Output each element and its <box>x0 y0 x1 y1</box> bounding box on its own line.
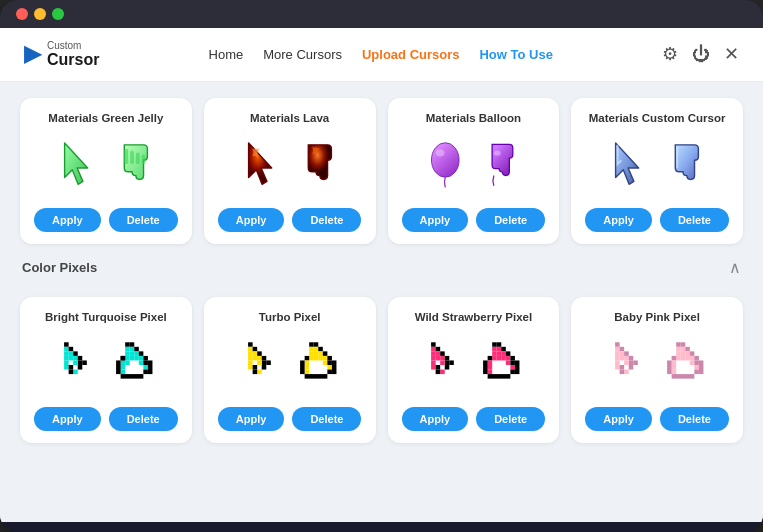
svg-rect-56 <box>248 356 253 361</box>
materials-grid: Materials Green Jelly <box>20 82 743 244</box>
svg-rect-183 <box>667 360 672 374</box>
svg-rect-39 <box>121 365 126 370</box>
svg-rect-14 <box>69 351 74 356</box>
svg-rect-67 <box>252 369 257 374</box>
svg-point-6 <box>494 150 501 155</box>
svg-rect-72 <box>309 342 314 347</box>
apply-button[interactable]: Apply <box>585 407 652 431</box>
nav-home[interactable]: Home <box>209 47 244 62</box>
minimize-button[interactable] <box>34 8 46 20</box>
svg-rect-146 <box>615 365 620 370</box>
svg-rect-13 <box>69 346 74 351</box>
svg-rect-162 <box>676 351 681 356</box>
apply-button[interactable]: Apply <box>34 407 101 431</box>
svg-rect-12 <box>64 365 69 370</box>
logo-text: Custom Cursor <box>47 40 99 69</box>
card-buttons: Apply Delete <box>402 208 546 232</box>
svg-rect-138 <box>488 374 511 379</box>
svg-rect-18 <box>78 356 83 361</box>
close-button[interactable] <box>16 8 28 20</box>
svg-rect-54 <box>248 346 253 351</box>
content-area[interactable]: Materials Green Jelly <box>0 82 763 522</box>
title-bar <box>0 0 763 28</box>
svg-rect-172 <box>672 360 677 365</box>
svg-rect-7 <box>64 342 69 347</box>
delete-button[interactable]: Delete <box>109 407 178 431</box>
nav-upload-cursors[interactable]: Upload Cursors <box>362 47 460 62</box>
svg-rect-85 <box>304 365 309 370</box>
apply-button[interactable]: Apply <box>402 208 469 232</box>
cursor-preview <box>242 134 338 198</box>
card-title: Materials Balloon <box>426 112 521 124</box>
svg-rect-142 <box>615 346 620 351</box>
svg-rect-171 <box>672 356 677 361</box>
svg-rect-105 <box>436 356 441 361</box>
svg-rect-122 <box>497 351 502 356</box>
svg-rect-104 <box>436 351 441 356</box>
svg-rect-81 <box>322 351 327 356</box>
settings-icon[interactable]: ⚙ <box>662 43 678 65</box>
svg-rect-73 <box>309 346 314 351</box>
apply-button[interactable]: Apply <box>402 407 469 431</box>
svg-rect-53 <box>248 342 253 347</box>
nav-more-cursors[interactable]: More Cursors <box>263 47 342 62</box>
svg-rect-119 <box>493 356 498 361</box>
svg-rect-109 <box>436 365 441 370</box>
card-turquoise-pixel: Bright Turquoise Pixel <box>20 297 192 443</box>
svg-rect-110 <box>441 369 446 374</box>
svg-rect-164 <box>681 342 686 347</box>
svg-rect-3 <box>141 154 145 164</box>
delete-button[interactable]: Delete <box>660 407 729 431</box>
strawberry-cursor-icon <box>425 340 469 390</box>
svg-rect-19 <box>69 365 74 370</box>
apply-button[interactable]: Apply <box>34 208 101 232</box>
card-buttons: Apply Delete <box>34 208 178 232</box>
apply-button[interactable]: Apply <box>218 208 285 232</box>
card-title: Materials Custom Cursor <box>589 112 726 124</box>
svg-rect-128 <box>488 360 493 365</box>
svg-rect-63 <box>257 356 262 361</box>
svg-rect-76 <box>313 342 318 347</box>
svg-rect-156 <box>629 360 634 365</box>
apply-button[interactable]: Apply <box>218 407 285 431</box>
nav-bar: ▶ Custom Cursor Home More Cursors Upload… <box>0 28 763 82</box>
card-buttons: Apply Delete <box>218 407 362 431</box>
delete-button[interactable]: Delete <box>292 407 361 431</box>
green-jelly-pointer-icon <box>110 141 154 191</box>
svg-rect-121 <box>497 346 502 351</box>
section-title: Color Pixels <box>22 260 97 275</box>
cursor-preview <box>58 134 154 198</box>
close-icon[interactable]: ✕ <box>724 43 739 65</box>
delete-button[interactable]: Delete <box>476 407 545 431</box>
apply-button[interactable]: Apply <box>585 208 652 232</box>
cursor-preview <box>242 333 338 397</box>
svg-rect-174 <box>672 369 677 374</box>
turbo-pointer-icon <box>294 340 338 390</box>
svg-rect-117 <box>493 346 498 351</box>
card-strawberry-pixel: Wild Strawberry Pixel <box>388 297 560 443</box>
delete-button[interactable]: Delete <box>292 208 361 232</box>
svg-rect-52 <box>148 360 153 374</box>
svg-rect-62 <box>257 351 262 356</box>
svg-rect-133 <box>506 360 511 365</box>
delete-button[interactable]: Delete <box>109 208 178 232</box>
svg-rect-150 <box>624 351 629 356</box>
delete-button[interactable]: Delete <box>660 208 729 232</box>
svg-rect-169 <box>690 351 695 356</box>
svg-rect-46 <box>121 356 126 361</box>
svg-rect-179 <box>694 360 699 365</box>
svg-rect-144 <box>615 356 620 361</box>
svg-rect-175 <box>681 356 686 361</box>
svg-rect-131 <box>497 356 502 361</box>
svg-rect-95 <box>300 360 305 374</box>
nav-how-to-use[interactable]: How To Use <box>479 47 552 62</box>
power-icon[interactable]: ⏻ <box>692 44 710 65</box>
section-chevron-icon[interactable]: ∧ <box>729 258 741 277</box>
delete-button[interactable]: Delete <box>476 208 545 232</box>
svg-rect-60 <box>252 351 257 356</box>
svg-rect-86 <box>304 369 309 374</box>
svg-rect-166 <box>681 351 686 356</box>
svg-rect-36 <box>139 351 144 356</box>
svg-rect-140 <box>515 360 520 374</box>
maximize-button[interactable] <box>52 8 64 20</box>
